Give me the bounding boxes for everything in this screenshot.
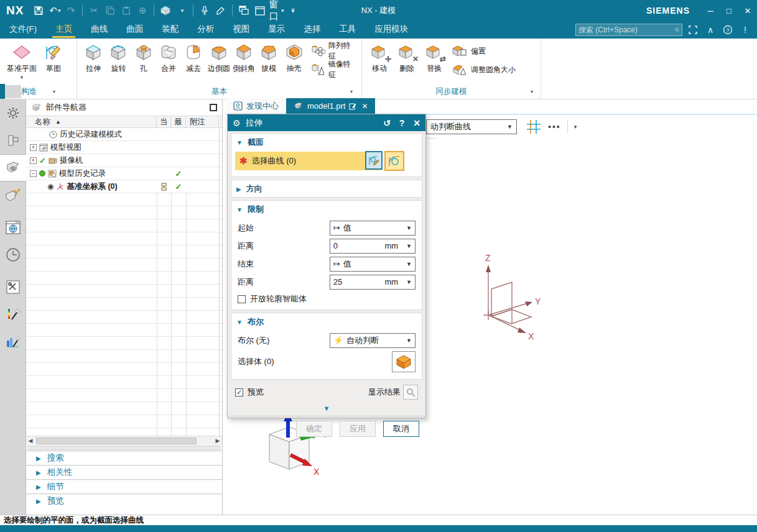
tab-application[interactable]: 应用模块	[365, 21, 417, 39]
close-button[interactable]: ✕	[738, 2, 757, 19]
window-layout-icon[interactable]	[253, 3, 267, 18]
open-profile-checkbox-row[interactable]: 开放轮廓智能体	[238, 293, 416, 305]
tree-row-cameras[interactable]: + ✓ 摄像机	[26, 154, 219, 167]
datum-csys-graphic[interactable]: Z Y X	[467, 250, 566, 349]
tab-file[interactable]: 文件(F)	[0, 21, 46, 39]
tree-row-model-views[interactable]: + 模型视图	[26, 141, 219, 154]
tree-row-datum-csys[interactable]: ◉ 基准坐标系 (0) ✓	[26, 180, 219, 193]
selected-radio-icon[interactable]: ◉	[47, 182, 53, 191]
tab-analysis[interactable]: 分析	[188, 21, 223, 39]
curve-rule-dropdown[interactable]: 动判断曲线 ▼	[426, 119, 517, 134]
dialog-collapse-icon[interactable]: ▼	[228, 405, 425, 412]
open-profile-checkbox[interactable]	[238, 295, 246, 303]
navigator-hscrollbar[interactable]: ◀ ▶	[26, 436, 222, 445]
cut-icon[interactable]: ✂	[86, 3, 101, 18]
ok-button[interactable]: 确定	[296, 421, 332, 437]
select-body-button[interactable]	[392, 351, 416, 372]
process-tools-icon[interactable]	[0, 273, 26, 301]
section-preview[interactable]: ▶预览	[26, 493, 222, 508]
replace-face-button[interactable]: ⇄ 替换	[420, 41, 448, 74]
minimize-button[interactable]: ─	[701, 2, 720, 19]
sketch-section-button[interactable]	[365, 151, 383, 170]
column-name[interactable]: 名称▲	[26, 116, 157, 127]
part-navigator-icon[interactable]	[0, 154, 26, 181]
start-type-dropdown[interactable]: ↦ 值 ▼	[330, 221, 416, 236]
save-icon[interactable]	[31, 3, 46, 18]
tab-discover-center[interactable]: 发现中心	[226, 98, 286, 114]
scroll-left-icon[interactable]: ◀	[26, 438, 35, 444]
dialog-titlebar[interactable]: ⚙ 拉伸 ↺ ? ✕	[228, 114, 425, 131]
tab-model1-prt[interactable]: model1.prt ✕	[286, 98, 375, 114]
group-boolean-header[interactable]: ▼ 布尔	[231, 313, 422, 330]
preview-checkbox[interactable]: ✓	[235, 388, 243, 397]
tab-curve[interactable]: 曲线	[81, 21, 117, 39]
navigator-maximize-icon[interactable]	[210, 104, 217, 111]
boolean-dropdown[interactable]: ⚡ 自动判断 ▼	[330, 333, 416, 348]
subtract-button[interactable]: 减去	[181, 41, 206, 74]
toolbar-overflow-icon[interactable]: ▾	[574, 124, 577, 130]
move-face-button[interactable]: ✢ 移动	[366, 41, 393, 74]
offset-region-button[interactable]: 偏置	[452, 44, 516, 58]
command-search[interactable]	[575, 24, 682, 36]
paste-icon[interactable]	[119, 3, 134, 18]
help-icon[interactable]: ?	[721, 23, 735, 37]
start-distance-input[interactable]: 0 mm ▼	[330, 239, 416, 254]
end-type-dropdown[interactable]: ↦ 值 ▼	[330, 257, 416, 272]
expand-icon[interactable]: +	[30, 144, 37, 151]
tab-surface[interactable]: 曲面	[117, 21, 152, 39]
tab-display[interactable]: 显示	[259, 21, 294, 39]
expand-icon[interactable]: +	[30, 157, 37, 164]
constraint-navigator-icon[interactable]	[0, 181, 26, 209]
mirror-feature-button[interactable]: 镜像特征	[310, 62, 355, 77]
scroll-right-icon[interactable]: ▶	[213, 438, 222, 444]
panel-splitter[interactable]	[27, 446, 221, 450]
chamfer-button[interactable]: 倒斜角	[231, 41, 256, 74]
tab-home[interactable]: 主页	[46, 21, 81, 39]
draft-button[interactable]: 拔模	[256, 41, 281, 74]
group-basic-dropdown-icon[interactable]: ▾	[350, 89, 353, 94]
snap-point-icon[interactable]	[526, 119, 542, 135]
tab-view[interactable]: 视图	[223, 21, 259, 39]
group-direction-header[interactable]: ▶ 方向	[231, 180, 422, 197]
search-input[interactable]	[578, 25, 675, 34]
group-limits-header[interactable]: ▼ 限制	[231, 201, 422, 218]
paste-special-icon[interactable]: ⊕	[135, 3, 150, 18]
roles-gear-icon[interactable]	[0, 99, 26, 127]
shell-button[interactable]: 抽壳	[281, 41, 306, 74]
datum-plane-button[interactable]: 基准平面 ▾	[4, 41, 40, 80]
group-section-header[interactable]: ▼ 截面	[231, 134, 422, 150]
edge-blend-button[interactable]: 边倒圆	[206, 41, 231, 74]
apply-button[interactable]: 应用	[340, 421, 376, 437]
curve-section-button[interactable]	[384, 151, 404, 171]
group-sync-dropdown-icon[interactable]: ▾	[531, 89, 533, 94]
more-options-icon[interactable]: •••	[548, 122, 561, 132]
show-result-button[interactable]	[403, 385, 418, 400]
select-curve-row[interactable]: ✱ 选择曲线 (0)	[235, 152, 382, 170]
tree-row-model-history[interactable]: − 模型历史记录 ✓	[26, 167, 219, 180]
minimize-ribbon-icon[interactable]: ∧	[704, 23, 717, 37]
dialog-reset-icon[interactable]: ↺	[383, 118, 391, 128]
end-distance-input[interactable]: 25 mm ▼	[330, 275, 416, 290]
column-note[interactable]: 附注	[186, 116, 219, 127]
fullscreen-icon[interactable]	[686, 23, 700, 37]
color-wand-icon[interactable]	[0, 301, 26, 328]
redo-icon[interactable]: ↷	[63, 3, 78, 18]
scroll-thumb[interactable]	[36, 438, 197, 444]
dialog-close-icon[interactable]: ✕	[413, 118, 420, 128]
undo-icon[interactable]: ↶▾	[47, 3, 62, 18]
cancel-button[interactable]: 取消	[383, 421, 419, 437]
resize-blend-button[interactable]: 调整圆角大小	[452, 62, 516, 77]
tab-assembly[interactable]: 装配	[152, 21, 188, 39]
internet-browser-icon[interactable]	[0, 214, 26, 241]
column-latest[interactable]: 最	[171, 116, 186, 127]
revolve-button[interactable]: 旋转	[106, 41, 131, 74]
ribbon-options-icon[interactable]: ▾̄	[285, 3, 300, 18]
copy-icon[interactable]	[103, 3, 118, 18]
section-details[interactable]: ▶细节	[26, 479, 222, 493]
assembly-navigator-icon[interactable]	[0, 127, 26, 154]
extrude-button[interactable]: 拉伸	[81, 41, 106, 74]
command-finder-icon[interactable]	[213, 3, 228, 18]
section-dependencies[interactable]: ▶相关性	[26, 465, 222, 479]
tab-tools[interactable]: 工具	[330, 21, 365, 39]
column-current[interactable]: 当	[157, 116, 171, 127]
